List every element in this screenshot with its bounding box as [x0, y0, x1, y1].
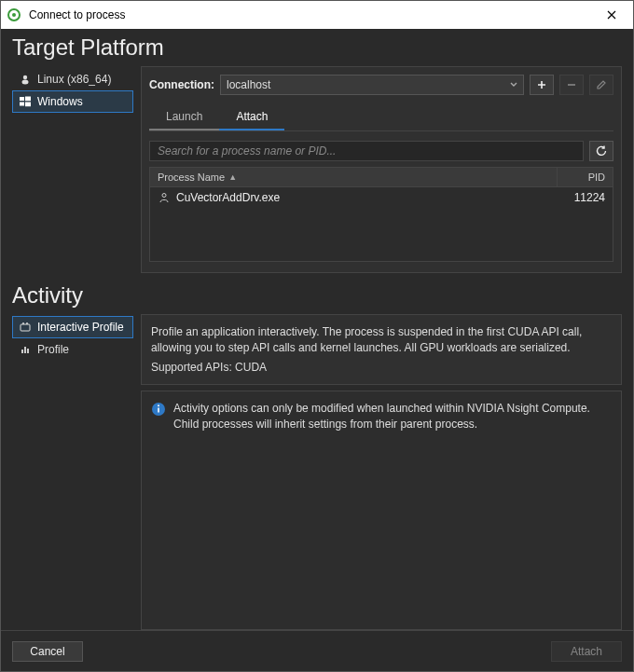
svg-rect-7 [25, 103, 31, 107]
svg-point-2 [23, 75, 27, 79]
platform-label: Windows [37, 95, 83, 108]
app-icon [7, 7, 21, 22]
activity-label: Interactive Profile [37, 321, 124, 334]
dialog-footer: Cancel Attach [1, 630, 633, 671]
svg-point-17 [158, 405, 159, 407]
cancel-button[interactable]: Cancel [12, 641, 83, 662]
window-close-button[interactable] [596, 2, 627, 28]
column-pid[interactable]: PID [557, 168, 613, 186]
chevron-down-icon [510, 78, 517, 91]
process-row[interactable]: CuVectorAddDrv.exe 11224 [150, 187, 613, 208]
svg-rect-4 [20, 97, 24, 101]
platform-label: Linux (x86_64) [37, 73, 111, 86]
svg-point-1 [12, 13, 16, 17]
windows-icon [19, 95, 32, 108]
platform-sidebar: Linux (x86_64) Windows [12, 66, 133, 273]
svg-rect-14 [27, 349, 29, 353]
process-search-input[interactable] [149, 141, 584, 161]
title-bar: Connect to process [1, 1, 633, 29]
process-table: Process Name ▲ PID [149, 167, 613, 262]
platform-item-windows[interactable]: Windows [12, 90, 133, 113]
tab-launch[interactable]: Launch [149, 104, 219, 130]
platform-item-linux[interactable]: Linux (x86_64) [12, 68, 133, 90]
activity-description-box: Profile an application interactively. Th… [141, 314, 622, 385]
activity-item-profile[interactable]: Profile [12, 338, 133, 361]
activity-info-box: Activity options can only be modified wh… [141, 391, 622, 630]
interactive-profile-icon [19, 321, 32, 334]
activity-item-interactive-profile[interactable]: Interactive Profile [12, 316, 133, 338]
column-process-name[interactable]: Process Name ▲ [150, 168, 557, 186]
connection-value: localhost [227, 78, 270, 91]
svg-point-11 [26, 322, 28, 324]
activity-supported-apis: Supported APIs: CUDA [151, 360, 612, 376]
svg-rect-13 [24, 347, 26, 353]
profile-icon [19, 343, 32, 356]
activity-description: Profile an application interactively. Th… [151, 324, 612, 356]
refresh-button[interactable] [589, 141, 613, 161]
target-platform-heading: Target Platform [12, 29, 622, 66]
connection-row: Connection: localhost [149, 75, 613, 95]
linux-icon [19, 73, 32, 86]
activity-info-text: Activity options can only be modified wh… [173, 401, 612, 431]
connection-edit-button[interactable] [589, 75, 613, 95]
process-name: CuVectorAddDrv.exe [176, 191, 280, 204]
connection-combo[interactable]: localhost [220, 75, 524, 95]
svg-rect-5 [25, 97, 31, 102]
connection-label: Connection: [149, 78, 214, 91]
window-title: Connect to process [29, 8, 125, 21]
dialog-content: Target Platform Linux (x86_64) Windows [1, 29, 633, 630]
info-icon [151, 402, 166, 417]
activity-label: Profile [37, 343, 69, 356]
svg-rect-6 [20, 103, 24, 106]
dialog-window: Connect to process Target Platform Linux… [0, 0, 634, 672]
activity-sidebar: Interactive Profile Profile [12, 314, 133, 630]
svg-rect-16 [158, 408, 159, 413]
svg-rect-9 [21, 324, 30, 331]
process-icon [158, 191, 171, 204]
sort-asc-icon: ▲ [228, 172, 237, 182]
svg-point-8 [162, 194, 166, 198]
attach-button[interactable]: Attach [551, 641, 622, 662]
svg-point-10 [22, 322, 24, 324]
connection-tabs: Launch Attach [149, 104, 613, 131]
activity-heading: Activity [12, 277, 622, 314]
tab-attach[interactable]: Attach [219, 104, 284, 130]
process-pid: 11224 [557, 189, 613, 206]
connection-remove-button[interactable] [559, 75, 584, 95]
connection-add-button[interactable] [530, 75, 554, 95]
svg-rect-12 [21, 350, 23, 353]
svg-point-3 [22, 80, 29, 85]
